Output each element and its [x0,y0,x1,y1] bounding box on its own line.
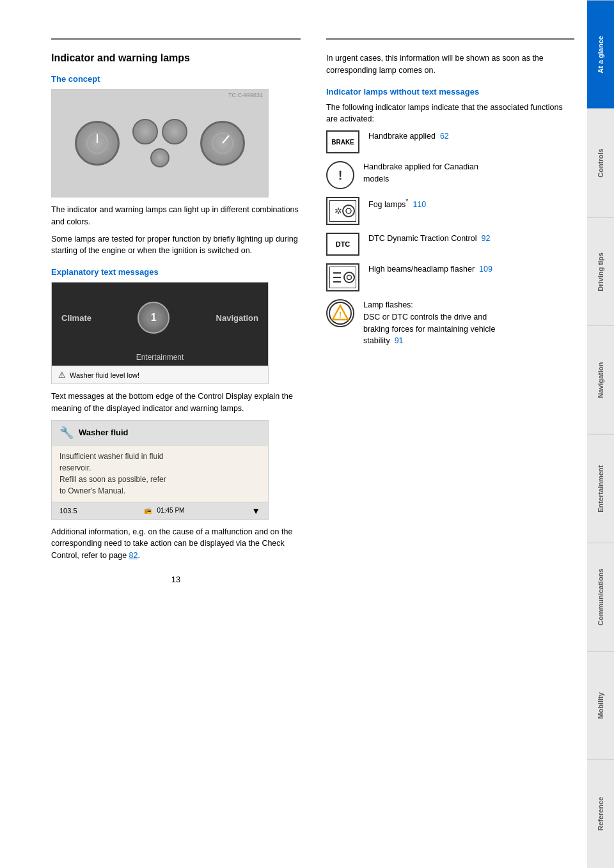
concept-body1: The indicator and warning lamps can ligh… [51,204,301,228]
content-area: Indicator and warning lamps The concept [0,0,587,868]
dsc-icon: ! [326,299,354,327]
concept-title: The concept [51,74,301,84]
dashboard-image: TC:C-999831 [51,89,269,198]
sidebar-tab-navigation[interactable]: Navigation [587,325,614,434]
washer-line4: to Owner's Manual. [59,485,260,497]
right-intro: In urgent cases, this information will b… [326,52,574,77]
fog-text: Fog lamps* 110 [368,197,426,211]
dashboard-circles [75,119,245,167]
page-number: 13 [51,575,301,584]
additional-info-text: Additional information, e.g. on the caus… [51,527,292,561]
gauge-top-left [132,119,158,144]
indicator-row-fog: ✲ Fog lamps* 110 [326,197,574,225]
beams-link[interactable]: 109 [479,265,492,274]
concept-body2: Some lamps are tested for proper functio… [51,233,301,258]
indicator-row-dtc: DTC DTC Dynamic Traction Control 92 [326,233,574,256]
control-display: Climate 1 Navigation [52,283,268,353]
gauge-right [200,121,245,166]
sidebar: At a glance Controls Driving tips Naviga… [587,0,614,868]
section-title: Indicator and warning lamps [51,52,301,64]
washer-line3: Refill as soon as possible, refer [59,474,260,485]
navigation-tab: Navigation [216,313,258,323]
fog-link[interactable]: 110 [413,200,426,209]
additional-info: Additional information, e.g. on the caus… [51,526,301,562]
washer-line2: reservoir. [59,462,260,474]
indicator-row-beams: High beams/headlamp flasher 109 [326,263,574,291]
warning-icon: ⚠ [58,370,66,380]
dtc-icon-box: DTC [326,233,359,256]
indicator-intro: The following indicator lamps indicate t… [326,102,574,126]
sidebar-tab-entertainment[interactable]: Entertainment [587,434,614,543]
washer-panel: 🔧 Washer fluid Insufficient washer fluid… [51,420,269,520]
dsc-link[interactable]: 91 [395,336,404,345]
sidebar-tab-communications[interactable]: Communications [587,543,614,651]
sidebar-tab-at-a-glance[interactable]: At a glance [587,0,614,109]
right-column: In urgent cases, this information will b… [320,38,574,842]
washer-freq: 103.5 [59,507,77,515]
page-layout: Indicator and warning lamps The concept [0,0,614,868]
top-separator [51,38,301,40]
sidebar-tab-mobility[interactable]: Mobility [587,651,614,760]
gauge-left [75,121,120,166]
svg-line-3 [223,136,229,143]
right-top-separator [326,38,574,40]
canadian-text: Handbrake applied for Canadianmodels [363,161,478,185]
explanatory-body: Text messages at the bottom edge of the … [51,391,301,415]
fog-icon: ✲ [326,197,359,225]
brake-link[interactable]: 62 [440,132,449,141]
climate-tab: Climate [61,313,91,323]
indicator-section: BRAKE Handbrake applied 62 ! Handbrake a… [326,130,574,347]
dtc-link[interactable]: 92 [481,234,490,243]
sidebar-tab-reference[interactable]: Reference [587,759,614,868]
left-column: Indicator and warning lamps The concept [51,38,320,842]
sidebar-tab-controls[interactable]: Controls [587,109,614,217]
dtc-text: DTC Dynamic Traction Control 92 [368,233,490,245]
explanatory-image: Climate 1 Navigation Entertainment ⚠ Was… [51,282,269,384]
washer-icon: 🔧 [59,426,74,440]
warning-bar: ⚠ Washer fluid level low! [52,366,268,384]
brake-text: Handbrake applied 62 [368,130,449,143]
explanatory-title: Explanatory text messages [51,267,301,277]
washer-footer: 103.5 📻 01:45 PM ▼ [52,502,268,519]
gauge-top-right [162,119,187,144]
additional-info-after: . [138,551,140,560]
beams-text: High beams/headlamp flasher 109 [368,263,492,275]
svg-text:!: ! [339,311,342,320]
svg-text:✲: ✲ [335,206,342,216]
beams-icon [326,263,359,291]
control-center-button: 1 [138,302,169,334]
indicator-section-title: Indicator lamps without text messages [326,87,574,97]
washer-title: Washer fluid [79,428,129,437]
washer-line1: Insufficient washer fluid in fluid [59,451,260,462]
indicator-row-canadian: ! Handbrake applied for Canadianmodels [326,161,574,189]
washer-body: Insufficient washer fluid in fluid reser… [52,446,268,502]
sidebar-tab-driving-tips[interactable]: Driving tips [587,217,614,326]
washer-header: 🔧 Washer fluid [52,421,268,446]
warning-text: Washer fluid level low! [70,371,139,379]
washer-arrow: ▼ [251,506,260,516]
entertainment-label: Entertainment [52,353,268,366]
indicator-row-dsc: ! Lamp flashes:DSC or DTC controls the d… [326,299,574,347]
gauge-bottom-center [150,148,169,167]
canadian-icon: ! [326,161,354,189]
brake-icon-box: BRAKE [326,130,359,153]
washer-time: 📻 01:45 PM [144,507,184,514]
check-control-link[interactable]: 82 [129,551,138,560]
dsc-text: Lamp flashes:DSC or DTC controls the dri… [363,299,495,347]
indicator-row-brake: BRAKE Handbrake applied 62 [326,130,574,153]
